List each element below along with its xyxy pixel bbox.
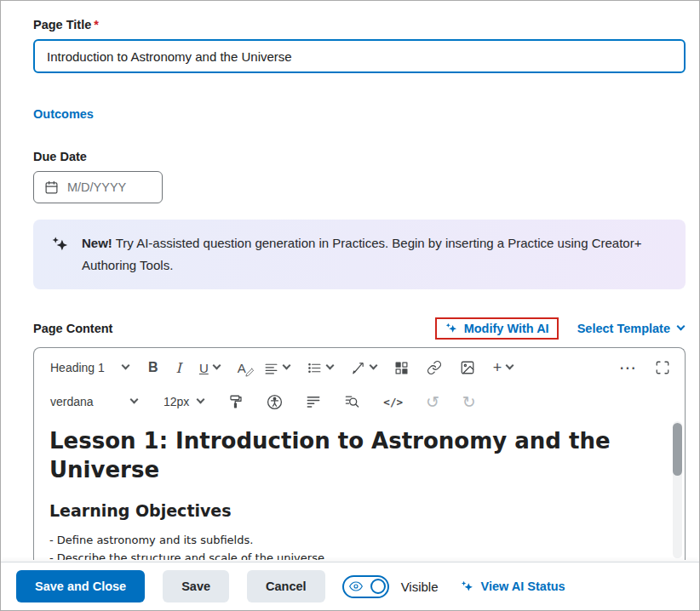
source-code-button[interactable]: </>: [381, 394, 405, 410]
element-grid-icon: [394, 361, 409, 375]
scrollbar-thumb[interactable]: [673, 423, 682, 476]
insert-stuff-icon: [351, 361, 365, 375]
plus-icon: +: [493, 359, 502, 377]
ai-banner-message: Try AI-assisted question generation in P…: [82, 236, 641, 272]
font-family-select[interactable]: verdana: [46, 392, 141, 411]
preview-button[interactable]: [341, 392, 363, 412]
ai-sparkle-icon: [445, 322, 458, 335]
save-and-close-button[interactable]: Save and Close: [16, 570, 145, 602]
lesson-body: - Define astronomy and its subfields. - …: [49, 531, 651, 560]
chevron-down-icon: [130, 396, 139, 404]
font-color-button[interactable]: A: [235, 359, 249, 377]
list-button[interactable]: [305, 359, 336, 377]
page-content-label: Page Content: [33, 322, 112, 335]
text-lines-icon: [306, 394, 321, 409]
insert-stuff-button[interactable]: [348, 359, 379, 377]
insert-more-button[interactable]: +: [491, 357, 516, 379]
ai-banner-highlight: New!: [82, 236, 112, 250]
chevron-down-icon: [677, 323, 686, 331]
chevron-down-icon: [197, 396, 205, 404]
eye-icon: [349, 580, 363, 593]
chevron-down-icon: [325, 362, 334, 370]
accessibility-checker-button[interactable]: [264, 392, 285, 412]
due-date-input[interactable]: M/D/YYYY: [33, 171, 163, 203]
outcomes-link[interactable]: Outcomes: [33, 107, 94, 121]
more-actions-button[interactable]: ⋯: [617, 356, 640, 380]
pencil-icon: [245, 368, 255, 377]
bold-button[interactable]: B: [146, 358, 161, 377]
due-date-placeholder: M/D/YYYY: [67, 180, 126, 194]
paragraph-format-value: Heading 1: [50, 361, 105, 374]
page-title-label-text: Page Title: [33, 18, 91, 31]
save-button[interactable]: Save: [163, 570, 229, 602]
body-line: - Describe the structure and scale of th…: [49, 549, 651, 560]
font-family-value: verdana: [50, 395, 94, 408]
chevron-down-icon: [282, 362, 290, 370]
view-ai-status-link[interactable]: View AI Status: [460, 580, 565, 594]
select-template-button[interactable]: Select Template: [577, 322, 684, 335]
section-heading: Learning Objectives: [49, 501, 651, 520]
insert-quicklink-button[interactable]: [424, 358, 445, 377]
fullscreen-icon: [655, 360, 670, 375]
page-title-input[interactable]: [33, 39, 686, 73]
rich-text-editor: Heading 1 B I U A: [33, 347, 686, 560]
link-icon: [427, 360, 442, 375]
required-asterisk: *: [94, 18, 99, 31]
lesson-heading: Lesson 1: Introduction to Astronomy and …: [49, 426, 628, 484]
insert-line-button[interactable]: [303, 392, 324, 411]
page-content-header: Page Content Modify With AI Select Templ…: [33, 317, 686, 340]
accessibility-icon: [267, 394, 283, 410]
paragraph-format-select[interactable]: Heading 1: [46, 358, 133, 377]
toggle-knob: [370, 579, 386, 594]
underline-label: U: [199, 361, 209, 375]
view-ai-status-label: View AI Status: [481, 580, 565, 593]
italic-button[interactable]: I: [174, 358, 184, 378]
due-date-label: Due Date: [33, 150, 686, 163]
insert-image-button[interactable]: [457, 358, 478, 377]
chevron-down-icon: [506, 362, 514, 370]
align-left-icon: [264, 361, 278, 375]
bullet-list-icon: [307, 361, 322, 375]
editor-toolbar-row1: Heading 1 B I U A: [34, 348, 685, 387]
undo-button[interactable]: ↺: [423, 392, 442, 412]
alignment-button[interactable]: [261, 359, 292, 377]
body-line: - Define astronomy and its subfields.: [49, 531, 651, 549]
page-title-label: Page Title*: [33, 18, 686, 31]
format-painter-icon: [228, 394, 244, 409]
redo-button[interactable]: ↻: [460, 392, 479, 412]
ai-sparkle-icon: [460, 580, 474, 594]
format-painter-button[interactable]: [226, 392, 246, 411]
chevron-down-icon: [369, 362, 377, 370]
underline-button[interactable]: U: [197, 359, 222, 377]
ai-banner-text: New! Try AI-assisted question generation…: [82, 232, 680, 277]
select-template-label: Select Template: [577, 322, 670, 335]
font-size-value: 12px: [164, 395, 189, 408]
chevron-down-icon: [122, 362, 130, 370]
ai-news-banner: New! Try AI-assisted question generation…: [33, 220, 686, 289]
editor-content-area[interactable]: Lesson 1: Introduction to Astronomy and …: [34, 416, 685, 560]
modify-with-ai-label: Modify With AI: [464, 322, 549, 335]
image-icon: [460, 360, 475, 375]
action-footer: Save and Close Save Cancel Visible View …: [1, 562, 699, 610]
calendar-icon: [44, 180, 59, 195]
page-editor-window: Page Title* Outcomes Due Date M/D/YYYY N…: [0, 0, 700, 611]
insert-element-button[interactable]: [392, 359, 411, 377]
font-size-select[interactable]: 12px: [159, 392, 208, 411]
editor-toolbar-row2: verdana 12px: [34, 387, 685, 416]
ai-sparkle-icon: [50, 235, 70, 254]
editor-scrollbar[interactable]: [673, 421, 682, 558]
cancel-button[interactable]: Cancel: [247, 570, 325, 602]
fullscreen-button[interactable]: [652, 358, 673, 377]
modify-with-ai-button[interactable]: Modify With AI: [435, 317, 559, 340]
preview-find-icon: [344, 394, 360, 410]
chevron-down-icon: [212, 362, 221, 370]
visibility-toggle[interactable]: [342, 575, 389, 598]
main-content: Page Title* Outcomes Due Date M/D/YYYY N…: [1, 1, 699, 560]
visible-label: Visible: [401, 580, 439, 594]
